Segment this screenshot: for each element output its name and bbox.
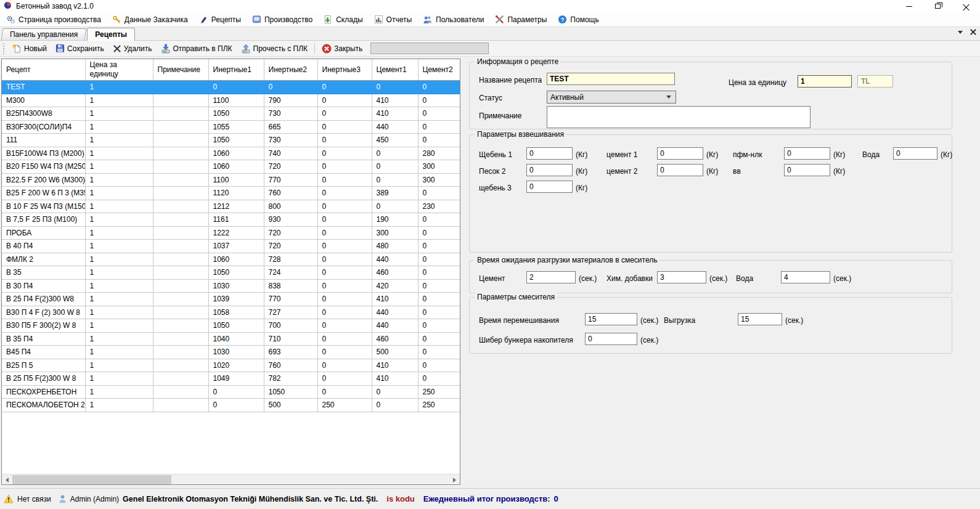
table-cell[interactable]: 300 [418, 160, 460, 174]
table-cell[interactable]: 770 [264, 173, 317, 187]
table-cell[interactable]: 0 [418, 279, 460, 293]
weighing-input[interactable] [657, 164, 703, 176]
table-cell[interactable]: 740 [264, 147, 317, 160]
table-row[interactable]: ФМЛК 21106072804400 [2, 253, 460, 266]
table-cell[interactable]: 727 [264, 306, 317, 319]
table-cell[interactable]: 1 [85, 107, 153, 121]
new-button[interactable]: Новый [8, 41, 51, 56]
table-cell[interactable] [153, 306, 208, 319]
table-cell[interactable]: 0 [317, 359, 372, 372]
table-cell[interactable]: 0 [372, 399, 418, 412]
table-cell[interactable]: 0 [418, 81, 460, 94]
table-row[interactable]: В45 П41103069305000 [2, 346, 460, 359]
scroll-right-icon[interactable] [449, 474, 460, 485]
table-row[interactable]: В25П4300W81105073004100 [2, 107, 460, 121]
table-cell[interactable]: 0 [372, 200, 418, 213]
read-plc-button[interactable]: Прочесть с ПЛК [237, 41, 312, 56]
table-cell[interactable]: 1020 [208, 359, 264, 372]
table-cell[interactable]: 300 [372, 226, 418, 240]
table-cell[interactable]: 720 [264, 240, 317, 253]
table-cell[interactable]: 0 [418, 372, 460, 386]
table-cell[interactable]: В15F100W4 П3 (М200) [2, 147, 85, 160]
table-cell[interactable]: 1050 [208, 134, 264, 147]
table-cell[interactable]: 730 [264, 107, 317, 121]
table-cell[interactable]: 838 [264, 279, 317, 293]
table-cell[interactable]: 0 [372, 147, 418, 160]
weighing-input[interactable] [526, 147, 573, 160]
table-cell[interactable]: 1 [85, 266, 153, 280]
table-cell[interactable]: 0 [418, 107, 460, 121]
mixer-input[interactable] [738, 313, 782, 325]
table-cell[interactable]: 1222 [208, 226, 264, 240]
table-cell[interactable] [153, 81, 208, 94]
menu-parameters[interactable]: Параметры [491, 14, 553, 25]
table-cell[interactable]: TEST [2, 81, 85, 94]
table-cell[interactable]: 0 [418, 359, 460, 372]
price-input[interactable] [798, 75, 852, 88]
table-row[interactable]: В 40 П41103772004800 [2, 240, 460, 253]
table-cell[interactable]: 280 [418, 147, 460, 160]
table-cell[interactable]: 0 [418, 120, 460, 134]
table-cell[interactable]: 1037 [208, 240, 264, 253]
menu-production-page[interactable]: Страница производства [2, 14, 108, 25]
table-cell[interactable]: 0 [418, 332, 460, 346]
table-cell[interactable] [153, 240, 208, 253]
table-cell[interactable]: 0 [317, 319, 372, 333]
table-cell[interactable]: 0 [317, 213, 372, 227]
close-tab-button[interactable]: Закрыть [317, 41, 367, 56]
table-cell[interactable]: 0 [317, 147, 372, 160]
table-cell[interactable]: 0 [317, 94, 372, 107]
table-cell[interactable]: 0 [208, 385, 264, 399]
table-row[interactable]: В15F100W4 П3 (М200)1106074000280 [2, 147, 460, 160]
table-cell[interactable]: 1 [85, 399, 153, 412]
table-cell[interactable]: 1120 [208, 187, 264, 200]
table-cell[interactable]: 0 [317, 266, 372, 280]
table-cell[interactable]: В30F300(СОЛИ)П4 [2, 120, 85, 134]
table-cell[interactable]: 782 [264, 372, 317, 386]
table-cell[interactable]: 0 [317, 107, 372, 121]
table-cell[interactable]: 0 [317, 332, 372, 346]
table-cell[interactable]: 0 [317, 134, 372, 147]
table-cell[interactable]: 1050 [208, 319, 264, 333]
table-cell[interactable]: В 7,5 F 25 П3 (М100) [2, 213, 85, 227]
table-row[interactable]: В30 П 4 F (2) 300 W 81105872704400 [2, 306, 460, 319]
table-cell[interactable]: В 30 П4 [2, 279, 85, 293]
table-cell[interactable] [153, 107, 208, 121]
tab-recipes[interactable]: Рецепты [87, 28, 135, 41]
table-cell[interactable]: 1 [85, 279, 153, 293]
menu-customer-data[interactable]: Данные Заказчика [108, 14, 195, 25]
weighing-input[interactable] [526, 181, 573, 193]
column-header[interactable]: Инертные3 [317, 59, 372, 81]
table-cell[interactable]: 0 [317, 279, 372, 293]
table-cell[interactable]: ПЕСКОМАЛОБЕТОН 2 [2, 399, 85, 412]
column-header[interactable]: Инертные2 [264, 59, 317, 81]
table-cell[interactable]: 1055 [208, 120, 264, 134]
table-cell[interactable]: 440 [372, 306, 418, 319]
table-cell[interactable]: 0 [418, 213, 460, 227]
table-row[interactable]: В 35 П41104071004600 [2, 332, 460, 346]
table-cell[interactable]: 1 [85, 160, 153, 174]
table-cell[interactable]: 190 [372, 213, 418, 227]
table-cell[interactable]: В30 П5 F 300(2) W 8 [2, 319, 85, 333]
table-cell[interactable]: 710 [264, 332, 317, 346]
weighing-input[interactable] [784, 164, 830, 176]
menu-reports[interactable]: Отчеты [370, 14, 419, 25]
table-row[interactable]: ПЕСКОХРЕНБЕТОН10105000250 [2, 385, 460, 399]
table-cell[interactable]: В20 F150 W4 П3 (М250) [2, 160, 85, 174]
table-cell[interactable]: 0 [317, 81, 372, 94]
column-header[interactable]: Инертные1 [208, 59, 264, 81]
table-cell[interactable]: 440 [372, 120, 418, 134]
table-cell[interactable]: 1060 [208, 253, 264, 266]
table-cell[interactable]: В 35 П4 [2, 332, 85, 346]
table-cell[interactable]: 1 [85, 319, 153, 333]
table-cell[interactable]: 1161 [208, 213, 264, 227]
table-cell[interactable]: 720 [264, 226, 317, 240]
table-cell[interactable]: ПЕСКОХРЕНБЕТОН [2, 385, 85, 399]
table-cell[interactable]: 1 [85, 240, 153, 253]
menu-users[interactable]: Пользователи [419, 14, 491, 25]
table-cell[interactable] [153, 187, 208, 200]
table-cell[interactable]: 1040 [208, 332, 264, 346]
table-cell[interactable] [153, 293, 208, 306]
table-cell[interactable]: 230 [418, 200, 460, 213]
table-cell[interactable]: 0 [418, 306, 460, 319]
